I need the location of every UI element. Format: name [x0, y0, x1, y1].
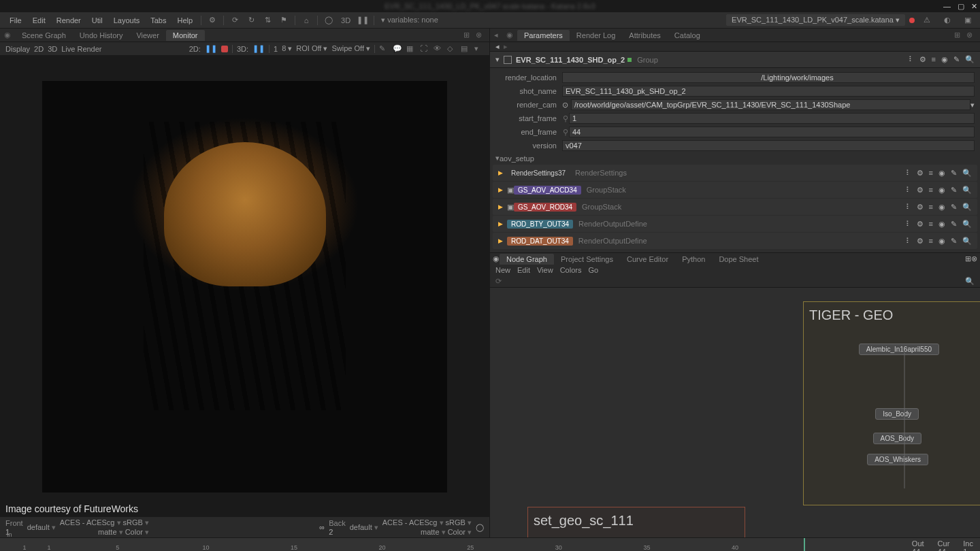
project-dropdown[interactable]: EVR_SC_111_1430_LD_PK_v047_scale.katana … [726, 14, 905, 26]
3d-label[interactable]: 3D [341, 16, 350, 24]
aov-item[interactable]: ▶▣ GS_AOV_AOCD34GroupStack⠇⚙≡◉✎🔍 [493, 182, 977, 198]
2d-button[interactable]: 2D [34, 45, 44, 53]
2d-pause-icon[interactable]: ❚❚ [205, 44, 217, 53]
default-dropdown[interactable]: default [27, 523, 56, 532]
tab-curveeditor[interactable]: Curve Editor [620, 254, 675, 265]
aov-item[interactable]: ▶RenderSettings37RenderSettings⠇⚙≡◉✎🔍 [493, 165, 977, 181]
h-icon5[interactable]: ✎ [953, 55, 960, 64]
arrow-left-icon[interactable]: ◂ [494, 31, 504, 40]
diamond-icon[interactable]: ◇ [447, 44, 457, 54]
i3[interactable]: ≡ [929, 169, 933, 178]
i4[interactable]: ◉ [938, 220, 945, 229]
aov-item[interactable]: ▶▣ GS_AOV_ROD34GroupStack⠇⚙≡◉✎🔍 [493, 199, 977, 215]
srgb2-dropdown[interactable]: sRGB [446, 518, 472, 527]
menu-file[interactable]: File [4, 16, 27, 24]
tab-renderlog[interactable]: Render Log [570, 30, 623, 41]
expand-icon[interactable]: ⊞ [463, 31, 473, 40]
close-tab-icon[interactable]: ⊗ [476, 31, 485, 40]
i-gear-icon[interactable]: ⚙ [917, 203, 924, 212]
menu-render[interactable]: Render [51, 16, 86, 24]
i-search-icon[interactable]: 🔍 [962, 169, 972, 178]
i3[interactable]: ≡ [929, 220, 933, 229]
ng-colors[interactable]: Colors [560, 266, 582, 274]
ng-expand-icon[interactable]: ⊞ [965, 254, 971, 263]
tab-projectsettings[interactable]: Project Settings [554, 254, 620, 265]
i1[interactable]: ⠇ [906, 169, 911, 178]
ng-edit[interactable]: Edit [517, 266, 530, 274]
i5[interactable]: ✎ [951, 186, 957, 195]
grid-icon[interactable]: ▦ [406, 44, 416, 54]
i5[interactable]: ✎ [951, 169, 957, 178]
maximize-button[interactable]: ▢ [958, 2, 964, 11]
tab-nodegraph[interactable]: Node Graph [500, 254, 554, 265]
eye-icon[interactable]: 👁 [434, 44, 443, 54]
h-icon1[interactable]: ⠇ [909, 55, 914, 64]
update-icon[interactable]: ⇅ [261, 14, 274, 27]
sync-icon[interactable]: ↻ [245, 14, 257, 27]
ng-nav-icon[interactable]: ⟳ [495, 277, 502, 286]
tab-monitor[interactable]: Monitor [166, 30, 205, 41]
back-icon[interactable]: ◂ [495, 42, 500, 51]
i4[interactable]: ◉ [938, 203, 945, 212]
link-icon1[interactable]: ⚲ [562, 114, 569, 123]
i4[interactable]: ◉ [938, 186, 945, 195]
nodegraph-canvas[interactable]: TIGER - GEO set_geo_sc_111 Alembic_In16a… [490, 288, 980, 537]
ng-view[interactable]: View [537, 266, 553, 274]
link-icon[interactable]: ∞ [319, 523, 325, 531]
link-icon2[interactable]: ⚲ [562, 128, 569, 137]
i-search-icon[interactable]: 🔍 [962, 220, 972, 229]
input-startframe[interactable] [569, 113, 975, 124]
refresh-icon[interactable]: ⟳ [229, 14, 241, 27]
play-icon[interactable]: ▶ [498, 169, 503, 176]
record-icon[interactable] [221, 46, 228, 52]
h-gear-icon[interactable]: ⚙ [919, 55, 926, 64]
i-search-icon[interactable]: 🔍 [962, 186, 972, 195]
minimize-button[interactable]: — [943, 2, 951, 11]
node-alembic[interactable]: Alembic_In16april550 [859, 344, 939, 355]
i3[interactable]: ≡ [929, 203, 933, 212]
node-isobody[interactable]: Iso_Body [875, 408, 919, 420]
aces2-dropdown[interactable]: ACES - ACEScg [382, 518, 444, 527]
play-icon[interactable]: ▶ [498, 203, 503, 210]
tab-lock-icon[interactable]: ◉ [4, 31, 14, 40]
timeline-playhead[interactable] [804, 538, 805, 551]
i1[interactable]: ⠇ [906, 186, 911, 195]
lock2-icon[interactable]: ◉ [506, 31, 516, 40]
fwd-icon[interactable]: ▸ [504, 42, 508, 51]
default2-dropdown[interactable]: default [350, 523, 378, 532]
variables-dropdown[interactable]: ▾ variables: none [381, 16, 438, 24]
home-icon[interactable]: ⌂ [300, 14, 312, 27]
swipe-dropdown[interactable]: Swipe Off ▾ [331, 44, 370, 53]
circle-icon[interactable]: ◯ [323, 14, 335, 27]
ng-close-icon[interactable]: ⊗ [971, 254, 977, 263]
menu-help[interactable]: Help [172, 16, 198, 24]
pause-icon[interactable]: ❚❚ [357, 14, 369, 27]
ng-go[interactable]: Go [588, 266, 598, 274]
settings-icon[interactable]: ◐ [941, 14, 953, 27]
i-gear-icon[interactable]: ⚙ [917, 220, 924, 229]
h-search-icon[interactable]: 🔍 [965, 55, 975, 64]
menu-icon[interactable]: ▾ [474, 44, 484, 54]
play-icon[interactable]: ▶ [498, 220, 503, 227]
play-icon[interactable]: ▶ [498, 186, 503, 193]
viewer-area[interactable]: Image courtesy of FutureWorks [0, 56, 489, 517]
i-search-icon[interactable]: 🔍 [962, 203, 972, 212]
val1[interactable]: 1 [274, 45, 278, 53]
input-version[interactable] [562, 140, 975, 151]
val8[interactable]: 8 ▾ [282, 44, 292, 53]
timeline-ruler[interactable]: 1 1 5 10 15 20 25 30 35 40 Out44 Cur44 I… [0, 538, 980, 551]
gear-icon[interactable]: ⚙ [206, 14, 218, 27]
input-renderloc[interactable] [562, 72, 975, 83]
node-aosbody[interactable]: AOS_Body [873, 433, 921, 444]
input-rendercam[interactable] [571, 99, 970, 110]
matte2-dropdown[interactable]: matte [421, 528, 446, 536]
3d-pause-icon[interactable]: ❚❚ [252, 44, 265, 53]
input-endframe[interactable] [569, 127, 975, 137]
i3[interactable]: ≡ [929, 237, 933, 246]
tab-attributes[interactable]: Attributes [622, 30, 667, 41]
tab-undo[interactable]: Undo History [73, 30, 130, 41]
i5[interactable]: ✎ [951, 220, 957, 229]
color-dropdown[interactable]: Color [125, 528, 149, 536]
close2-icon[interactable]: ⊗ [966, 31, 976, 40]
circle-icon2[interactable]: ◯ [476, 523, 484, 532]
